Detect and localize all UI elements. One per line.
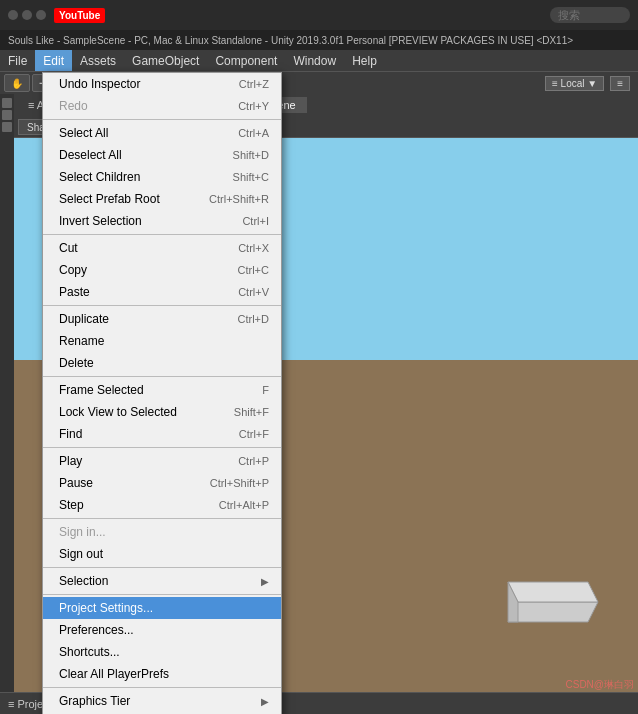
menu-edit[interactable]: Edit xyxy=(35,50,72,71)
menu-rename[interactable]: Rename xyxy=(43,330,281,352)
account-button[interactable]: ≡ xyxy=(610,76,630,91)
menu-copy[interactable]: Copy Ctrl+C xyxy=(43,259,281,281)
sidebar-icon-1 xyxy=(2,98,12,108)
menu-undo-inspector[interactable]: Undo Inspector Ctrl+Z xyxy=(43,73,281,95)
menu-invert-selection[interactable]: Invert Selection Ctrl+I xyxy=(43,210,281,232)
sidebar-icon-3 xyxy=(2,122,12,132)
youtube-logo: YouTube xyxy=(54,8,105,23)
svg-marker-1 xyxy=(508,582,598,602)
menu-clear-playerprefs[interactable]: Clear All PlayerPrefs xyxy=(43,663,281,685)
menu-pause[interactable]: Pause Ctrl+Shift+P xyxy=(43,472,281,494)
title-bar: Souls Like - SampleScene - PC, Mac & Lin… xyxy=(0,30,638,50)
browser-search-input[interactable] xyxy=(550,7,630,23)
menu-play[interactable]: Play Ctrl+P xyxy=(43,450,281,472)
divider-6 xyxy=(43,518,281,519)
menu-file[interactable]: File xyxy=(0,50,35,71)
menu-select-children[interactable]: Select Children Shift+C xyxy=(43,166,281,188)
menu-redo[interactable]: Redo Ctrl+Y xyxy=(43,95,281,117)
menu-preferences[interactable]: Preferences... xyxy=(43,619,281,641)
divider-3 xyxy=(43,305,281,306)
menu-gameobject[interactable]: GameObject xyxy=(124,50,207,71)
menu-graphics-tier[interactable]: Graphics Tier ▶ xyxy=(43,690,281,712)
hand-tool[interactable]: ✋ xyxy=(4,74,30,92)
browser-dots xyxy=(8,10,46,20)
browser-dot-3 xyxy=(36,10,46,20)
right-tabs: ≡ Local ▼ ≡ xyxy=(223,76,634,91)
browser-dot-1 xyxy=(8,10,18,20)
menu-assets[interactable]: Assets xyxy=(72,50,124,71)
divider-5 xyxy=(43,447,281,448)
browser-bar: YouTube xyxy=(0,0,638,30)
divider-1 xyxy=(43,119,281,120)
scene-object xyxy=(488,552,608,632)
divider-8 xyxy=(43,594,281,595)
menu-deselect-all[interactable]: Deselect All Shift+D xyxy=(43,144,281,166)
menu-select-all[interactable]: Select All Ctrl+A xyxy=(43,122,281,144)
menu-delete[interactable]: Delete xyxy=(43,352,281,374)
menu-sign-out[interactable]: Sign out xyxy=(43,543,281,565)
menu-duplicate[interactable]: Duplicate Ctrl+D xyxy=(43,308,281,330)
edit-dropdown-menu[interactable]: Undo Inspector Ctrl+Z Redo Ctrl+Y Select… xyxy=(42,72,282,714)
sidebar-left xyxy=(0,94,14,692)
menu-window[interactable]: Window xyxy=(285,50,344,71)
menu-help[interactable]: Help xyxy=(344,50,385,71)
menu-cut[interactable]: Cut Ctrl+X xyxy=(43,237,281,259)
watermark: CSDN@琳白羽 xyxy=(566,678,635,692)
menu-project-settings[interactable]: Project Settings... xyxy=(43,597,281,619)
title-bar-text: Souls Like - SampleScene - PC, Mac & Lin… xyxy=(8,35,573,46)
menu-frame-selected[interactable]: Frame Selected F xyxy=(43,379,281,401)
menu-step[interactable]: Step Ctrl+Alt+P xyxy=(43,494,281,516)
browser-dot-2 xyxy=(22,10,32,20)
menu-selection[interactable]: Selection ▶ xyxy=(43,570,281,592)
svg-marker-0 xyxy=(508,602,598,622)
sidebar-icon-2 xyxy=(2,110,12,120)
divider-7 xyxy=(43,567,281,568)
divider-9 xyxy=(43,687,281,688)
menu-component[interactable]: Component xyxy=(207,50,285,71)
menu-find[interactable]: Find Ctrl+F xyxy=(43,423,281,445)
menu-bar: File Edit Assets GameObject Component Wi… xyxy=(0,50,638,72)
menu-select-prefab-root[interactable]: Select Prefab Root Ctrl+Shift+R xyxy=(43,188,281,210)
menu-sign-in[interactable]: Sign in... xyxy=(43,521,281,543)
divider-2 xyxy=(43,234,281,235)
menu-lock-view[interactable]: Lock View to Selected Shift+F xyxy=(43,401,281,423)
menu-shortcuts[interactable]: Shortcuts... xyxy=(43,641,281,663)
divider-4 xyxy=(43,376,281,377)
menu-paste[interactable]: Paste Ctrl+V xyxy=(43,281,281,303)
local-button[interactable]: ≡ Local ▼ xyxy=(545,76,604,91)
